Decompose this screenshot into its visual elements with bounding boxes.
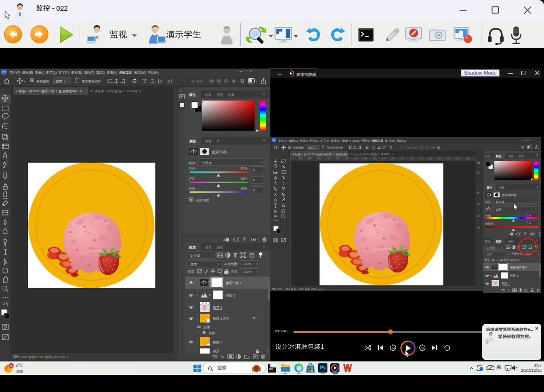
svg-text:10: 10 — [392, 347, 395, 350]
svg-text:850: 850 — [438, 158, 442, 160]
svg-text:700: 700 — [410, 158, 414, 160]
svg-text:0: 0 — [290, 158, 292, 160]
svg-text:- 022: - 022 — [52, 5, 68, 12]
svg-text:100: 100 — [299, 158, 302, 160]
svg-text:450: 450 — [364, 158, 367, 160]
svg-text:500: 500 — [373, 158, 377, 160]
svg-text:650: 650 — [401, 158, 404, 160]
svg-text:300: 300 — [336, 158, 339, 160]
svg-text:fx: fx — [507, 289, 510, 292]
svg-text:350: 350 — [345, 158, 349, 160]
svg-text:v...: v... — [528, 328, 533, 332]
svg-text:900: 900 — [447, 158, 451, 160]
svg-text:30: 30 — [421, 347, 424, 350]
svg-text:400: 400 — [354, 158, 358, 160]
svg-text:fx: fx — [221, 354, 224, 359]
svg-text:2: 2 — [10, 364, 13, 368]
svg-text:T: T — [234, 253, 237, 258]
svg-text:1: 1 — [320, 344, 324, 350]
svg-text:950: 950 — [456, 158, 460, 160]
svg-text:550: 550 — [382, 158, 386, 160]
svg-text:750: 750 — [419, 158, 423, 160]
svg-text:1000: 1000 — [466, 158, 471, 160]
svg-text:800: 800 — [429, 158, 432, 160]
svg-text:150: 150 — [308, 158, 312, 160]
svg-text:200: 200 — [317, 158, 321, 160]
svg-text:600: 600 — [391, 158, 395, 160]
svg-text:250: 250 — [326, 158, 330, 160]
